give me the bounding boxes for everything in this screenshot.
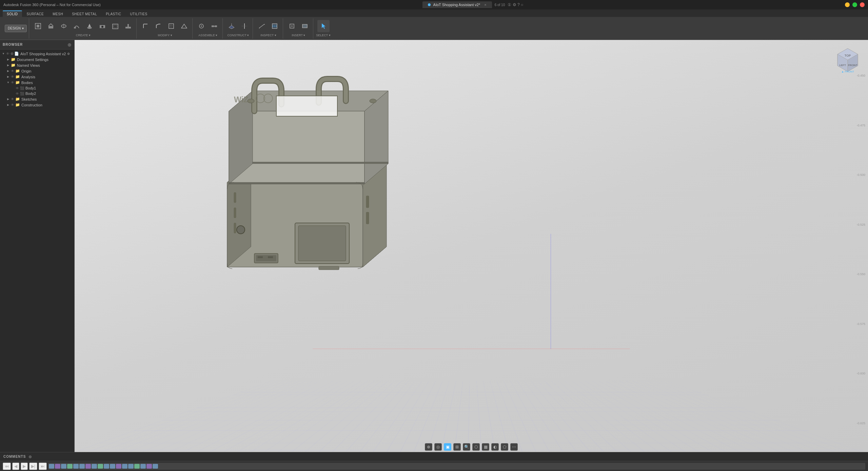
timeline-item-14	[128, 464, 134, 469]
timeline-next-btn[interactable]: ▶|	[29, 463, 37, 470]
viewport[interactable]: WiZ	[75, 40, 868, 452]
effects-btn[interactable]: ⬠	[501, 443, 508, 451]
perspective-btn[interactable]: ⬡	[472, 443, 480, 451]
toolbar: DESIGN▾	[0, 17, 868, 40]
timeline-first-btn[interactable]: ⏮	[3, 463, 11, 470]
svg-rect-13	[127, 24, 129, 27]
expand-doc-settings[interactable]: ▶	[6, 58, 10, 61]
maximize-button[interactable]	[852, 2, 857, 7]
toolbar-select: SELECT ▾	[314, 18, 332, 39]
tree-item-body1[interactable]: 👁 ⬛ Body1	[0, 85, 74, 91]
insert-derive-btn[interactable]	[286, 20, 298, 32]
loft-btn[interactable]	[83, 20, 96, 32]
timeline-last-btn[interactable]: ⏭	[39, 463, 47, 470]
svg-rect-5	[74, 27, 76, 28]
timeline-track[interactable]	[48, 463, 865, 470]
timeline-prev-btn[interactable]: ◀	[12, 463, 19, 470]
extrude-btn[interactable]	[45, 20, 57, 32]
app-title: Autodesk Fusion 360 (Personal – Not for …	[3, 3, 101, 7]
main-area: BROWSER ⊕ ▼ 👁 ⚙ 📄 AIoT Shopping Assistan…	[0, 40, 868, 452]
look-at-btn[interactable]: ◎	[434, 443, 442, 451]
fillet-btn[interactable]	[139, 20, 152, 32]
expand-analysis[interactable]: ▶	[6, 75, 10, 78]
tree-item-construction[interactable]: ▶ 👁 📁 Construction	[0, 102, 74, 108]
tree-item-analysis[interactable]: ▶ 👁 📁 Analysis	[0, 74, 74, 80]
plane-btn[interactable]	[225, 20, 238, 32]
doc-settings-label: Document Settings	[17, 58, 48, 62]
browser-header: BROWSER ⊕	[0, 40, 74, 49]
motion-link-btn[interactable]	[208, 20, 220, 32]
tree-item-sketches[interactable]: ▶ 👁 📁 Sketches	[0, 96, 74, 102]
canvas-btn[interactable]	[299, 20, 311, 32]
design-dropdown[interactable]: DESIGN▾	[5, 25, 27, 32]
grid-btn[interactable]: ▦	[482, 443, 489, 451]
close-tab-btn[interactable]: ×	[484, 3, 486, 7]
axis-btn[interactable]	[238, 20, 251, 32]
measure-btn[interactable]	[256, 20, 268, 32]
svg-rect-11	[114, 25, 117, 28]
comments-add-icon[interactable]: ⊕	[28, 454, 32, 459]
orbit-btn[interactable]: ⊕	[425, 443, 432, 451]
toolbar-inspect: INSPECT ▾	[254, 18, 283, 39]
expand-construction[interactable]: ▶	[6, 103, 10, 106]
grid-overlay	[75, 381, 868, 452]
svg-rect-2	[48, 26, 53, 28]
display-mode-btn[interactable]: ▣	[444, 443, 451, 451]
environment-btn[interactable]: ⋯	[510, 443, 518, 451]
svg-point-6	[87, 27, 92, 29]
toolbar-modify: MODIFY ▾	[137, 18, 193, 39]
modify-label: MODIFY ▾	[158, 34, 172, 37]
expand-sketches[interactable]: ▶	[6, 98, 10, 101]
draft-btn[interactable]	[178, 20, 190, 32]
svg-line-25	[259, 24, 264, 28]
joint-btn[interactable]	[195, 20, 208, 32]
tree-item-doc-settings[interactable]: ▶ 📁 Document Settings	[0, 57, 74, 62]
rib-btn[interactable]	[122, 20, 134, 32]
svg-marker-15	[181, 24, 187, 28]
zoom-fit-btn[interactable]: ⊞	[453, 443, 461, 451]
timeline-item-5	[73, 464, 79, 469]
svg-rect-44	[276, 96, 337, 116]
minimize-button[interactable]	[845, 2, 850, 7]
revolve-btn[interactable]	[58, 20, 70, 32]
new-component-btn[interactable]	[32, 20, 44, 32]
section-analysis-btn[interactable]	[269, 20, 281, 32]
tab-sheet-metal[interactable]: SHEET METAL	[68, 11, 101, 17]
tree-item-root[interactable]: ▼ 👁 ⚙ 📄 AIoT Shopping Assistant v2 ⚙	[0, 51, 74, 57]
svg-text:FRONT: FRONT	[848, 64, 857, 67]
tab-utilities[interactable]: UTILITIES	[126, 11, 151, 17]
comments-label: COMMENTS	[3, 455, 26, 458]
svg-point-49	[370, 99, 376, 103]
timeline-item-16	[140, 464, 146, 469]
tab-surface[interactable]: SURFACE	[23, 11, 48, 17]
tab-plastic[interactable]: PLASTIC	[102, 11, 125, 17]
select-btn[interactable]	[317, 20, 330, 32]
tab-mesh[interactable]: MESH	[48, 11, 67, 17]
svg-rect-60	[234, 223, 236, 233]
shell-btn[interactable]	[109, 20, 121, 32]
sketches-label: Sketches	[21, 97, 37, 101]
tree-item-origin[interactable]: ▶ 👁 📁 Origin	[0, 68, 74, 74]
chamfer-btn[interactable]	[152, 20, 164, 32]
close-button[interactable]	[860, 2, 865, 7]
view-cube[interactable]: TOP LEFT FRONT ▲ FRONT	[834, 47, 861, 74]
svg-marker-21	[229, 25, 234, 29]
timeline-play-btn[interactable]: ▶	[21, 463, 28, 470]
expand-origin[interactable]: ▶	[6, 69, 10, 73]
shadows-btn[interactable]: ◐	[491, 443, 499, 451]
browser-expand-icon[interactable]: ⊕	[67, 42, 72, 47]
tree-item-body2[interactable]: 👁 ⬛ Body2	[0, 91, 74, 96]
sweep-btn[interactable]	[71, 20, 83, 32]
expand-bodies[interactable]: ▼	[6, 81, 10, 84]
doc-name: AIoT Shopping Assistant v2*	[433, 3, 480, 7]
svg-text:▲ FRONT: ▲ FRONT	[841, 70, 854, 73]
expand-root[interactable]: ▼	[1, 52, 5, 55]
tab-solid[interactable]: SOLID	[3, 11, 22, 17]
document-tab[interactable]: AIoT Shopping Assistant v2* ×	[422, 1, 492, 8]
zoom-in-btn[interactable]: 🔍	[463, 443, 470, 451]
tree-item-named-views[interactable]: ▶ 📁 Named Views	[0, 62, 74, 68]
shell-modify-btn[interactable]	[165, 20, 177, 32]
expand-named-views[interactable]: ▶	[6, 64, 10, 67]
tree-item-bodies[interactable]: ▼ 👁 📁 Bodies	[0, 80, 74, 85]
hole-btn[interactable]	[96, 20, 108, 32]
